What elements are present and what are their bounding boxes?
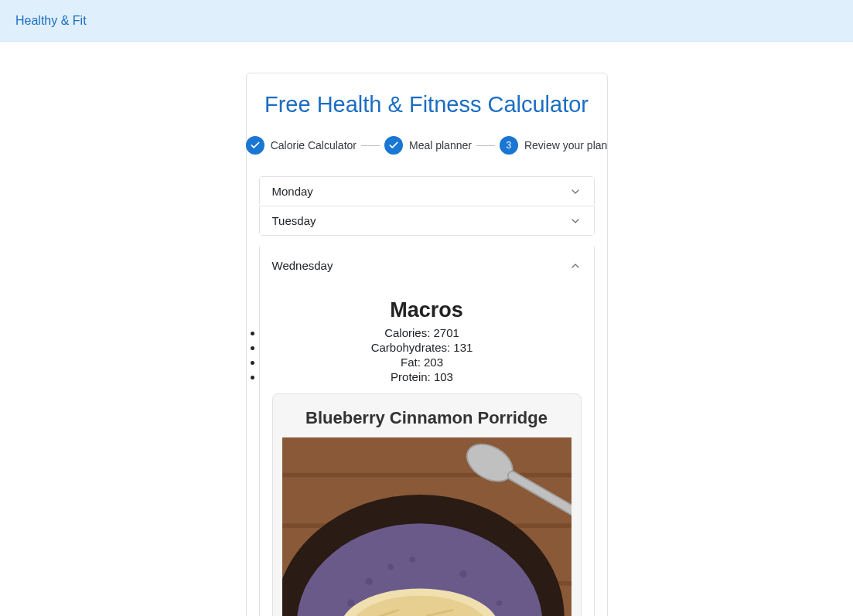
accordion-label: Wednesday [272, 259, 333, 272]
brand-link[interactable]: Healthy & Fit [15, 14, 87, 28]
meal-card: Blueberry Cinnamon Porridge [272, 393, 582, 616]
step-connector [476, 145, 495, 146]
accordion-tuesday: Tuesday [259, 206, 595, 236]
step-connector [361, 145, 380, 146]
accordion-label: Monday [272, 185, 313, 198]
step-label: Calorie Calculator [271, 139, 357, 151]
meal-title: Blueberry Cinnamon Porridge [282, 408, 572, 428]
accordion-header-wednesday[interactable]: Wednesday [260, 245, 594, 286]
macro-calories: Calories: 2701 [263, 325, 582, 340]
accordion-body-wednesday: Macros Calories: 2701 Carbohydrates: 131… [260, 286, 594, 616]
meal-image [282, 437, 572, 616]
accordion-header-monday[interactable]: Monday [260, 177, 594, 206]
step-label: Review your plan [524, 139, 607, 151]
macros-list: Calories: 2701 Carbohydrates: 131 Fat: 2… [272, 325, 582, 384]
accordion-monday: Monday [259, 176, 595, 206]
svg-point-13 [496, 600, 501, 605]
topbar: Healthy & Fit [0, 0, 853, 42]
macros-heading: Macros [272, 298, 582, 322]
step-number-icon: 3 [500, 136, 518, 155]
svg-point-11 [347, 599, 354, 606]
page-title: Free Health & Fitness Calculator [259, 92, 595, 117]
page: Free Health & Fitness Calculator Calorie… [0, 42, 853, 616]
check-icon [384, 136, 403, 155]
step-label: Meal planner [409, 139, 472, 151]
main-card: Free Health & Fitness Calculator Calorie… [246, 73, 608, 616]
svg-rect-2 [282, 473, 572, 478]
step-calorie-calculator[interactable]: Calorie Calculator [246, 136, 357, 155]
accordion-label: Tuesday [272, 214, 316, 227]
chevron-down-icon [569, 215, 582, 227]
svg-point-12 [459, 570, 466, 577]
step-meal-planner[interactable]: Meal planner [384, 136, 472, 155]
chevron-up-icon [569, 260, 582, 272]
svg-point-9 [365, 577, 372, 584]
svg-point-16 [409, 556, 415, 562]
check-icon [246, 136, 264, 155]
accordion-wednesday: Wednesday Macros Calories: 2701 Carbohyd… [259, 245, 595, 616]
step-review-plan[interactable]: 3 Review your plan [500, 136, 607, 155]
svg-point-10 [387, 564, 393, 570]
stepper: Calorie Calculator Meal planner 3 Review… [259, 136, 595, 155]
chevron-down-icon [569, 185, 582, 198]
accordion-header-tuesday[interactable]: Tuesday [260, 206, 594, 235]
macro-fat: Fat: 203 [263, 355, 582, 369]
macro-protein: Protein: 103 [263, 369, 582, 384]
macro-carbs: Carbohydrates: 131 [263, 340, 582, 355]
